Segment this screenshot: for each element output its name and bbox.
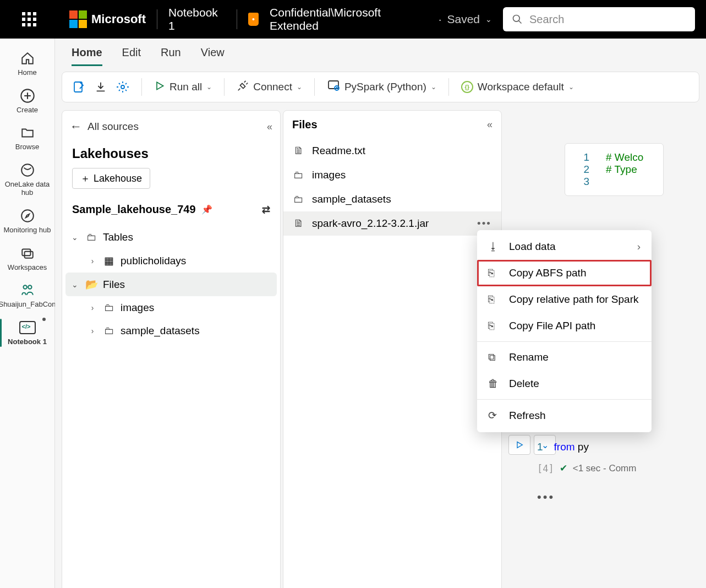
tab-view[interactable]: View	[201, 46, 225, 66]
chevron-down-icon: ⌄	[70, 280, 80, 289]
lakehouse-tree: ⌄ 🗀 Tables › ▦ publicholidays ⌄ 📂 Files …	[62, 221, 280, 347]
tree-tables[interactable]: ⌄ 🗀 Tables	[62, 226, 280, 249]
chevron-down-icon: ⌄	[70, 233, 80, 242]
ctx-copy-abfs[interactable]: ⎘ Copy ABFS path	[477, 260, 652, 286]
search-input[interactable]	[529, 13, 686, 26]
rail-workspaces[interactable]: Workspaces	[0, 240, 54, 277]
toolbar-separator	[314, 78, 315, 96]
ctx-refresh[interactable]: ⟳ Refresh	[477, 402, 652, 429]
ctx-copy-relative[interactable]: ⎘ Copy relative path for Spark	[477, 286, 652, 313]
add-lakehouse-button[interactable]: ＋ Lakehouse	[72, 168, 150, 189]
search-box[interactable]	[503, 7, 695, 31]
tree-label: Tables	[103, 231, 133, 243]
home-icon	[20, 51, 35, 66]
divider	[237, 9, 237, 29]
app-launcher-icon[interactable]	[22, 12, 36, 26]
save-status[interactable]: · Saved ⌄	[439, 13, 492, 26]
ctx-label: Copy ABFS path	[509, 267, 586, 279]
compass-icon	[20, 208, 35, 224]
cell-more-icon[interactable]: •••	[537, 490, 555, 504]
code-text: py	[575, 441, 589, 453]
rail-monitoring[interactable]: Monitoring hub	[0, 203, 54, 240]
gear-icon[interactable]	[116, 80, 129, 94]
pin-icon[interactable]: 📌	[201, 204, 212, 215]
refresh-icon: ⟳	[488, 409, 500, 422]
divider	[157, 9, 157, 29]
code-keyword: from	[554, 441, 575, 453]
rail-create[interactable]: Create	[0, 83, 54, 120]
execution-status: [4] ✔ <1 sec - Comm	[537, 462, 636, 474]
edit-mode-icon[interactable]	[72, 80, 85, 94]
ctx-label: Copy relative path for Spark	[509, 293, 639, 306]
tab-run[interactable]: Run	[161, 46, 181, 66]
file-icon: 🗎	[293, 145, 304, 157]
file-name: sample_datasets	[312, 193, 391, 205]
collapse-icon[interactable]: «	[487, 119, 492, 130]
rail-label: Workspaces	[8, 263, 47, 272]
tree-folder-item[interactable]: › 🗀 images	[62, 296, 280, 319]
code-line: # Welco	[606, 151, 643, 163]
toolbar: Run all ⌄ Connect ⌄ PySpark (Python) ⌄ {…	[62, 72, 699, 102]
file-item[interactable]: 🗀 images	[283, 163, 501, 187]
notebook-title[interactable]: Notebook 1	[168, 6, 226, 32]
files-heading: Files	[292, 118, 318, 131]
chevron-down-icon: ⌄	[485, 15, 492, 24]
all-sources-link[interactable]: All sources	[87, 121, 139, 133]
lakehouse-row[interactable]: Sample_lakehouse_749 📌 ⇄	[62, 189, 280, 221]
microsoft-logo: Microsoft	[69, 10, 146, 28]
ribbon-tabs: Home Edit Run View	[55, 39, 706, 66]
more-icon[interactable]: •••	[477, 217, 491, 230]
swap-icon[interactable]: ⇄	[262, 204, 270, 216]
copy-icon: ⎘	[488, 320, 500, 332]
file-item[interactable]: 🗀 sample_datasets	[283, 187, 501, 211]
ctx-load-data[interactable]: ⭳ Load data ›	[477, 233, 652, 260]
people-icon	[19, 282, 36, 298]
tree-label: sample_datasets	[121, 325, 200, 337]
rail-workspace-current[interactable]: Shuaijun_FabCon	[0, 277, 54, 314]
code-cell[interactable]: 1from py	[537, 440, 589, 453]
exec-extra: - Comm	[600, 463, 636, 473]
file-name: images	[312, 169, 346, 181]
tab-home[interactable]: Home	[72, 46, 102, 66]
run-all-button[interactable]: Run all ⌄	[154, 80, 212, 94]
svg-line-1	[519, 21, 522, 24]
tab-edit[interactable]: Edit	[122, 46, 141, 66]
ctx-rename[interactable]: ⧉ Rename	[477, 344, 652, 371]
rail-onelake[interactable]: OneLake data hub	[0, 157, 54, 203]
ctx-label: Rename	[509, 351, 549, 363]
context-menu: ⭳ Load data › ⎘ Copy ABFS path ⎘ Copy re…	[477, 230, 652, 432]
chevron-right-icon: ›	[87, 257, 97, 265]
svg-rect-7	[22, 249, 30, 255]
exec-time: <1 sec	[573, 463, 601, 473]
toolbar-separator	[141, 78, 142, 96]
ctx-label: Load data	[509, 241, 556, 253]
collapse-icon[interactable]: «	[267, 121, 272, 133]
file-item-selected[interactable]: 🗎 spark-avro_2.12-3.2.1.jar •••	[283, 211, 501, 236]
rail-home[interactable]: Home	[0, 45, 54, 83]
back-arrow-icon[interactable]: ←	[70, 119, 82, 134]
copy-icon: ⎘	[488, 293, 500, 306]
tree-label: images	[121, 302, 154, 314]
language-selector[interactable]: PySpark (Python) ⌄	[327, 79, 436, 95]
folder-icon: 🗀	[103, 325, 115, 337]
code-line: # Type	[606, 164, 637, 175]
brand-text: Microsoft	[91, 12, 146, 26]
ctx-delete[interactable]: 🗑 Delete	[477, 371, 652, 397]
ctx-copy-fileapi[interactable]: ⎘ Copy File API path	[477, 313, 652, 339]
tree-folder-item[interactable]: › 🗀 sample_datasets	[62, 319, 280, 342]
file-item[interactable]: 🗎 Readme.txt	[283, 139, 501, 163]
rail-browse[interactable]: Browse	[0, 119, 54, 157]
environment-selector[interactable]: {} Workspace default ⌄	[461, 81, 574, 93]
workspaces-icon	[20, 246, 35, 261]
tree-table-item[interactable]: › ▦ publicholidays	[62, 249, 280, 273]
run-cell-button[interactable]	[508, 435, 530, 455]
tree-files[interactable]: ⌄ 📂 Files	[65, 273, 277, 296]
add-lakehouse-label: Lakehouse	[94, 173, 142, 184]
code-cell[interactable]: 1# Welco 2# Type 3	[565, 143, 664, 196]
download-icon[interactable]	[94, 80, 107, 94]
chevron-right-icon: ›	[87, 303, 97, 312]
sensitivity-label[interactable]: Confidential\Microsoft Extended	[270, 6, 428, 32]
rail-notebook[interactable]: Notebook 1	[0, 314, 54, 352]
lakehouses-heading: Lakehouses	[62, 143, 280, 168]
connect-button[interactable]: Connect ⌄	[237, 80, 302, 95]
